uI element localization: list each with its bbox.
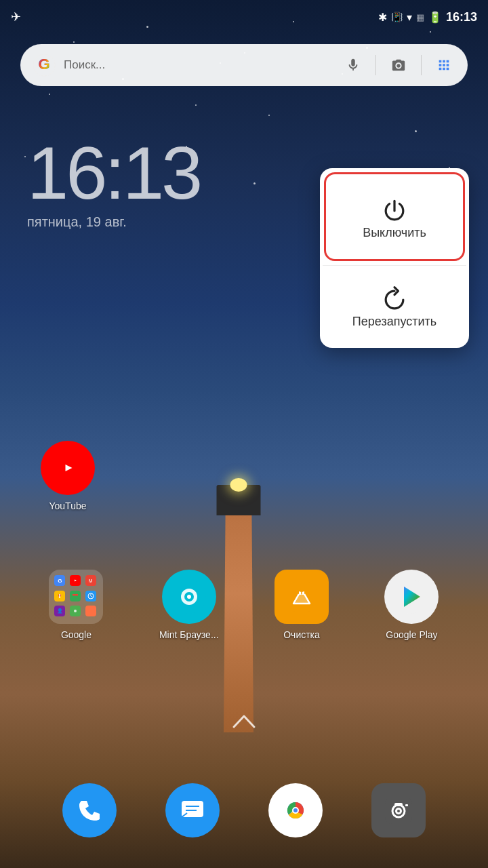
apps-grid-button[interactable]: [432, 54, 455, 77]
wifi-icon: ▾: [407, 11, 412, 24]
power-off-icon: [380, 196, 409, 226]
power-menu: Выключить Перезапустить: [320, 168, 469, 348]
mini-clock-icon: [85, 591, 96, 601]
svg-point-27: [397, 810, 400, 812]
svg-rect-28: [394, 803, 403, 806]
mini-calendar-icon: [70, 591, 81, 601]
mini-google-icon: G: [54, 575, 65, 586]
main-apps-row: G M 👤 Google: [0, 570, 488, 640]
signal-icon: ▦: [416, 12, 424, 22]
battery-icon: 🔋: [428, 11, 442, 24]
swipe-up-indicator[interactable]: [230, 712, 258, 736]
google-play-label: Google Play: [386, 629, 437, 640]
mini-youtube-icon: [70, 575, 81, 586]
chrome-dock-button[interactable]: [268, 783, 323, 837]
svg-text:G: G: [38, 56, 49, 73]
telegram-icon: ✈: [11, 9, 21, 24]
phone-dock-button[interactable]: [62, 783, 117, 837]
mini-extra-icon: [85, 606, 96, 616]
cleaner-icon: [274, 570, 329, 624]
vibrate-icon: 📳: [391, 12, 403, 22]
dock: [14, 773, 474, 848]
mint-browser-app[interactable]: Mint Браузе...: [159, 570, 219, 640]
youtube-icon: [41, 441, 95, 495]
google-play-app[interactable]: Google Play: [384, 570, 439, 640]
mini-maps-icon: [54, 591, 65, 601]
youtube-label: YouTube: [49, 500, 86, 511]
restart-label: Перезапустить: [352, 315, 436, 329]
camera-dock-button[interactable]: [371, 783, 426, 837]
messages-dock-button[interactable]: [165, 783, 220, 837]
mini-gmail-icon: M: [85, 575, 96, 586]
search-divider-2: [421, 55, 422, 75]
mint-browser-icon: [162, 570, 216, 624]
restart-icon: [380, 285, 409, 315]
svg-point-23: [293, 808, 298, 812]
svg-point-12: [187, 595, 191, 599]
lens-search-button[interactable]: [387, 54, 410, 77]
restart-button[interactable]: Перезапустить: [323, 265, 466, 348]
cleaner-label: Очистка: [283, 629, 320, 640]
mini-photos-icon: [70, 606, 81, 616]
youtube-app[interactable]: YouTube: [41, 441, 95, 511]
bluetooth-icon: ✱: [378, 11, 387, 24]
search-divider: [375, 55, 376, 75]
google-folder-icon: G M 👤: [49, 570, 103, 624]
status-time: 16:13: [446, 10, 477, 24]
search-placeholder[interactable]: Поиск...: [64, 58, 333, 72]
youtube-row: YouTube: [0, 441, 488, 511]
power-off-label: Выключить: [363, 226, 426, 240]
svg-rect-29: [405, 804, 408, 806]
voice-search-button[interactable]: [342, 54, 365, 77]
google-g-icon: G G: [33, 54, 56, 77]
status-bar: ✈ ✱ 📳 ▾ ▦ 🔋 16:13: [0, 0, 488, 34]
cleaner-app[interactable]: Очистка: [274, 570, 329, 640]
status-right: ✱ 📳 ▾ ▦ 🔋 16:13: [378, 10, 477, 24]
svg-point-8: [74, 610, 77, 612]
mint-browser-label: Mint Браузе...: [159, 629, 219, 640]
mini-contacts-icon: 👤: [54, 606, 65, 616]
google-play-icon: [384, 570, 439, 624]
google-folder-app[interactable]: G M 👤 Google: [49, 570, 103, 640]
status-left: ✈: [11, 9, 21, 24]
google-label: Google: [61, 629, 92, 640]
power-off-button[interactable]: Выключить: [324, 172, 465, 261]
svg-rect-6: [73, 594, 78, 596]
search-bar[interactable]: G G Поиск...: [20, 44, 468, 86]
